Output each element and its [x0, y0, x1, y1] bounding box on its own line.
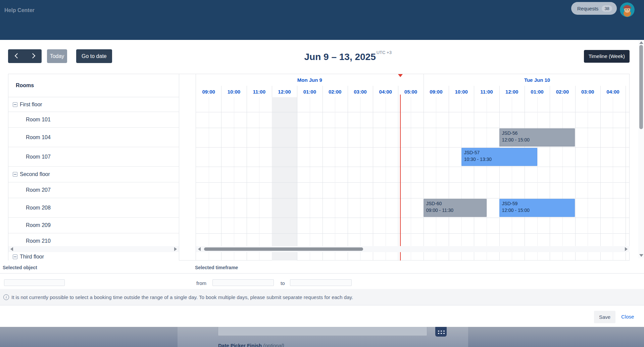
hour-label: 09:00	[196, 86, 221, 97]
grid-horizontal-scrollbar[interactable]	[196, 246, 630, 252]
info-icon: i	[3, 294, 9, 300]
user-avatar[interactable]	[620, 2, 635, 17]
current-time-marker-icon	[398, 74, 403, 77]
next-week-button[interactable]	[25, 49, 42, 63]
row-gridline	[196, 233, 630, 234]
shaded-hour-column	[272, 97, 297, 261]
scroll-up-icon[interactable]	[639, 41, 643, 44]
rooms-pane-right-border	[179, 74, 179, 261]
page-vertical-scrollbar[interactable]	[638, 40, 644, 258]
current-time-line	[400, 95, 401, 261]
collapse-icon[interactable]	[13, 172, 17, 177]
hour-label: 10:00	[221, 86, 246, 97]
scroll-left-icon[interactable]	[198, 247, 201, 251]
selected-object-label: Selected object	[3, 265, 37, 270]
save-button[interactable]: Save	[594, 311, 615, 323]
day-header-2: Tue Jun 10	[424, 74, 630, 86]
room-label: Room 101	[26, 117, 51, 123]
close-link[interactable]: Close	[621, 314, 634, 320]
half-hour-gridline	[386, 97, 386, 261]
calendar-dots	[437, 330, 445, 334]
hour-label: 02:00	[550, 86, 575, 97]
requests-count-badge: 38	[602, 5, 612, 12]
half-hour-gridline	[512, 97, 512, 261]
timeline-grid: Mon Jun 909:0010:0011:0012:0001:0002:000…	[196, 74, 630, 261]
row-gridline	[196, 182, 630, 183]
hour-label: 12:00	[499, 86, 525, 97]
view-mode-button[interactable]: Timeline (Week)	[584, 50, 630, 63]
previous-week-button[interactable]	[8, 49, 25, 63]
room-label: First floor	[20, 102, 42, 108]
floor-group-row[interactable]: First floor	[8, 97, 179, 112]
half-hour-gridline	[461, 97, 462, 261]
half-hour-gridline	[487, 97, 487, 261]
hour-label: 09:00	[424, 86, 449, 97]
room-row[interactable]: Room 104	[8, 128, 179, 147]
go-to-date-button[interactable]: Go to date	[76, 49, 112, 63]
vscroll-thumb[interactable]	[639, 45, 643, 129]
half-hour-gridline	[436, 97, 436, 261]
requests-button[interactable]: Requests 38	[571, 2, 617, 15]
hour-label: 01:00	[525, 86, 550, 97]
half-hour-gridline	[234, 97, 234, 261]
event-time-range: 12:00 - 15:00	[502, 207, 573, 214]
room-label: Room 104	[26, 134, 51, 140]
room-label: Third floor	[20, 254, 44, 260]
rooms-horizontal-scrollbar[interactable]	[8, 246, 179, 252]
floor-group-row[interactable]: Second floor	[8, 167, 179, 182]
scroll-down-icon[interactable]	[639, 254, 643, 257]
hour-label: 04:00	[600, 86, 626, 97]
top-header-bar: Help Center Requests 38	[0, 0, 644, 40]
hour-label: 05:00	[626, 86, 630, 97]
event-time-range: 09:00 - 11:30	[426, 207, 484, 214]
row-gridline	[196, 112, 630, 112]
booking-event-jsd-60[interactable]: JSD-6009:00 - 11:30	[424, 199, 487, 217]
today-button[interactable]: Today	[47, 49, 67, 63]
half-hour-gridline	[613, 97, 613, 261]
to-label: to	[281, 280, 285, 286]
date-nav-group	[8, 49, 42, 63]
hour-label: 03:00	[575, 86, 600, 97]
selected-timeframe-label: Selected timeframe	[195, 265, 238, 270]
booking-event-jsd-57[interactable]: JSD-5710:30 - 13:30	[461, 148, 537, 166]
grid-hscroll-thumb[interactable]	[204, 247, 363, 251]
to-time-input[interactable]	[290, 279, 352, 286]
rooms-pane: Rooms First floorRoom 101Room 104Room 10…	[8, 74, 179, 261]
scroll-right-icon[interactable]	[625, 247, 628, 251]
event-time-range: 12:00 - 15:00	[502, 137, 573, 143]
booking-event-jsd-59[interactable]: JSD-5912:00 - 15:00	[499, 199, 575, 217]
day-header-1: Mon Jun 9	[196, 74, 424, 86]
calendar-icon	[435, 327, 447, 337]
event-key: JSD-57	[464, 150, 535, 156]
hour-label: 05:00	[398, 86, 423, 97]
room-label: Room 207	[26, 187, 51, 193]
room-row[interactable]: Room 101	[8, 112, 179, 128]
hour-label: 11:00	[474, 86, 499, 97]
half-hour-gridline	[310, 97, 310, 261]
half-hour-gridline	[588, 97, 588, 261]
room-row[interactable]: Room 208	[8, 198, 179, 218]
room-row[interactable]: Room 207	[8, 182, 179, 198]
collapse-icon[interactable]	[13, 102, 17, 107]
row-gridline	[196, 147, 630, 148]
single-day-notice-banner: i It is not currently possible to select…	[0, 289, 644, 305]
row-gridline	[196, 218, 630, 218]
scroll-right-icon[interactable]	[174, 247, 177, 251]
selected-object-input[interactable]	[4, 279, 65, 286]
room-label: Second floor	[20, 171, 50, 177]
room-label: Room 208	[26, 205, 51, 211]
hour-label: 12:00	[272, 86, 297, 97]
room-row[interactable]: Room 209	[8, 218, 179, 233]
collapse-icon[interactable]	[13, 254, 17, 259]
half-hour-gridline	[259, 97, 259, 261]
dimmed-page-background: Date Picker Finish (optional)	[0, 327, 644, 347]
divider	[0, 273, 644, 274]
half-hour-gridline	[209, 97, 209, 261]
event-key: JSD-56	[502, 130, 573, 137]
room-row[interactable]: Room 107	[8, 147, 179, 167]
from-time-input[interactable]	[212, 279, 274, 286]
scroll-left-icon[interactable]	[10, 247, 13, 251]
event-key: JSD-60	[426, 200, 484, 207]
event-time-range: 10:30 - 13:30	[464, 156, 535, 163]
booking-event-jsd-56[interactable]: JSD-5612:00 - 15:00	[499, 128, 575, 147]
